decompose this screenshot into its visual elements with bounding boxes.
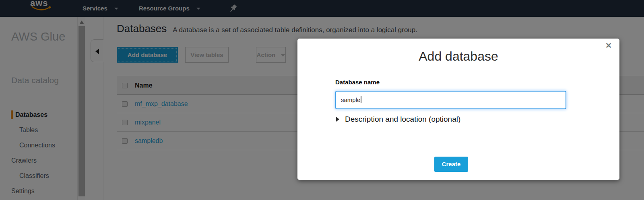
- aws-glue-console: aws Services Resource Groups AWS Glue Da…: [0, 0, 644, 200]
- disclosure-label: Description and location (optional): [345, 115, 460, 124]
- modal-title: Add database: [297, 49, 619, 64]
- text-cursor: [361, 96, 361, 103]
- database-name-label: Database name: [335, 79, 380, 86]
- add-database-modal: ✕ Add database Database name sample Desc…: [297, 39, 619, 180]
- close-icon[interactable]: ✕: [605, 42, 612, 49]
- database-name-input[interactable]: sample: [335, 91, 566, 109]
- description-location-disclosure[interactable]: Description and location (optional): [336, 115, 460, 124]
- chevron-right-icon: [336, 117, 339, 122]
- create-button[interactable]: Create: [434, 157, 468, 172]
- database-name-value: sample: [341, 96, 360, 103]
